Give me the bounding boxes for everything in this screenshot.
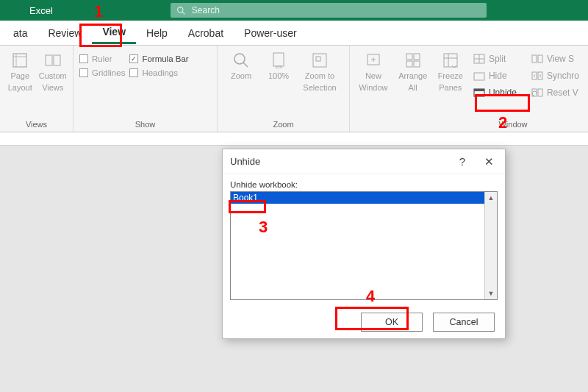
zoom-icon [232, 51, 250, 69]
search-box[interactable]: Search [171, 3, 487, 18]
svg-rect-11 [313, 54, 326, 67]
zoom-to-selection-button[interactable]: Zoom to Selection [298, 50, 341, 118]
dialog-close-button[interactable]: ✕ [476, 152, 502, 172]
svg-rect-12 [316, 57, 320, 61]
checkbox-checked-icon: ✓ [129, 54, 138, 63]
list-item[interactable]: Book1 [231, 192, 484, 204]
ok-button[interactable]: OK [361, 313, 423, 332]
page-100-icon: 100 [270, 51, 287, 69]
search-icon [176, 6, 186, 15]
formula-bar-checkbox[interactable]: ✓ Formula Bar [129, 54, 188, 63]
unhide-button[interactable]: Unhide [470, 86, 520, 99]
dialog-footer: OK Cancel [223, 306, 505, 338]
tab-power-user[interactable]: Power-user [234, 23, 307, 43]
view-side-icon [531, 54, 543, 64]
tab-review[interactable]: Review [37, 23, 92, 43]
dialog-list-label: Unhide workbook: [230, 180, 498, 189]
zoom-selection-icon [311, 51, 329, 69]
dialog-title: Unhide [230, 156, 260, 167]
svg-rect-36 [538, 89, 542, 96]
new-window-button[interactable]: New Window [356, 50, 391, 118]
new-window-icon [365, 51, 382, 69]
svg-rect-17 [414, 54, 420, 60]
svg-rect-30 [538, 55, 542, 63]
svg-rect-29 [532, 55, 537, 63]
svg-rect-28 [474, 89, 484, 91]
sync-scroll-icon [531, 71, 543, 81]
group-show-label: Show [79, 118, 211, 129]
checkbox-icon [129, 68, 138, 77]
svg-text:100: 100 [275, 65, 283, 69]
custom-views-icon [44, 51, 62, 69]
group-views: Page Layout Custom Views Views [0, 46, 74, 132]
formula-bar-area [0, 132, 588, 146]
tab-help[interactable]: Help [136, 23, 178, 43]
group-show: Ruler Gridlines ✓ Formula Bar Headings S… [74, 46, 218, 132]
svg-rect-26 [474, 73, 484, 80]
search-placeholder: Search [192, 5, 220, 15]
svg-line-8 [243, 63, 248, 67]
ribbon: Page Layout Custom Views Views Ruler Gri… [0, 46, 588, 132]
page-layout-button[interactable]: Page Layout [6, 50, 35, 118]
group-views-label: Views [6, 118, 67, 129]
reset-window-icon [531, 88, 543, 98]
split-icon [473, 54, 485, 64]
app-title: Excel [29, 5, 53, 16]
tab-view[interactable]: View [92, 21, 136, 44]
scroll-down-icon[interactable]: ▼ [485, 288, 497, 299]
reset-window-button[interactable]: Reset V [528, 86, 582, 99]
split-button[interactable]: Split [470, 52, 520, 65]
custom-views-button[interactable]: Custom Views [39, 50, 68, 118]
group-zoom: Zoom 100 100% Zoom to Selection Zoom [218, 46, 350, 132]
gridlines-checkbox: Gridlines [79, 68, 125, 77]
zoom-button[interactable]: Zoom [223, 50, 259, 118]
svg-rect-19 [414, 61, 420, 67]
svg-line-1 [182, 12, 184, 14]
svg-point-7 [234, 54, 245, 64]
arrange-all-icon [404, 51, 422, 69]
zoom-100-button[interactable]: 100 100% [263, 50, 294, 118]
arrange-all-button[interactable]: Arrange All [395, 50, 431, 118]
svg-rect-20 [444, 54, 457, 67]
close-icon: ✕ [484, 155, 494, 168]
tab-data[interactable]: ata [3, 23, 37, 43]
freeze-panes-button[interactable]: Freeze Panes [435, 50, 466, 118]
svg-rect-5 [46, 55, 52, 65]
group-window: New Window Arrange All Freeze Panes Spli… [350, 46, 588, 132]
titlebar: Excel Search [0, 0, 588, 21]
svg-rect-2 [13, 54, 26, 67]
svg-rect-18 [406, 61, 412, 67]
listbox-scrollbar[interactable]: ▲ ▼ [484, 192, 497, 299]
ruler-checkbox: Ruler [79, 54, 125, 63]
checkbox-icon [79, 68, 88, 77]
svg-point-0 [177, 7, 182, 12]
svg-rect-16 [406, 54, 412, 60]
tab-acrobat[interactable]: Acrobat [178, 23, 234, 43]
view-side-by-side-button[interactable]: View S [528, 52, 582, 65]
workbook-listbox[interactable]: Book1 ▲ ▼ [230, 191, 498, 300]
group-window-label: Window [356, 118, 582, 129]
dialog-titlebar: Unhide ? ✕ [223, 149, 505, 174]
group-zoom-label: Zoom [223, 118, 343, 129]
freeze-panes-icon [442, 51, 459, 69]
svg-rect-6 [54, 55, 60, 65]
scroll-up-icon[interactable]: ▲ [485, 192, 497, 204]
cancel-button[interactable]: Cancel [433, 313, 495, 332]
ribbon-tabs: ata Review View Help Acrobat Power-user [0, 21, 588, 46]
synchronous-scrolling-button[interactable]: Synchro [528, 69, 582, 82]
hide-button[interactable]: Hide [470, 69, 520, 82]
dialog-help-button[interactable]: ? [449, 152, 476, 172]
page-layout-icon [11, 51, 29, 69]
hide-icon [473, 71, 485, 81]
unhide-dialog: Unhide ? ✕ Unhide workbook: Book1 ▲ ▼ OK… [222, 149, 506, 339]
unhide-icon [473, 88, 485, 98]
checkbox-icon [79, 54, 88, 63]
headings-checkbox: Headings [129, 68, 188, 77]
